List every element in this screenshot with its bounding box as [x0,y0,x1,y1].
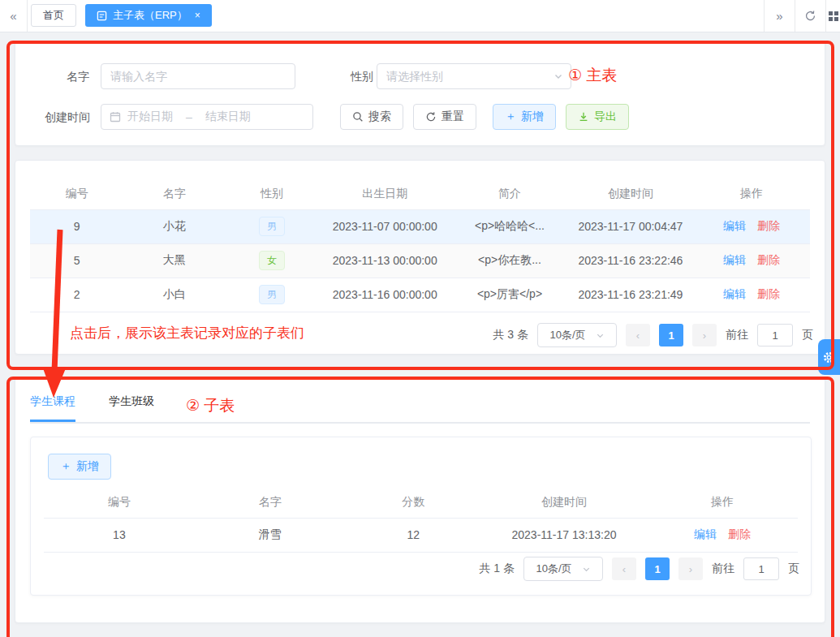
annotation-click-hint: 点击后，展示该主表记录对应的子表们 [70,324,304,342]
search-button[interactable]: 搜索 [340,104,403,130]
close-icon[interactable]: × [195,10,200,21]
prev-page-button[interactable]: ‹ [612,557,636,580]
plus-icon: ＋ [505,110,516,124]
cell-intro: <p>你在教... [451,243,568,278]
table-row[interactable]: 9 小花 男 2023-11-07 00:00:00 <p>哈哈哈<... 20… [30,209,810,243]
delete-link[interactable]: 删除 [728,527,751,540]
gender-select-input[interactable] [377,63,571,89]
layout-grid-button[interactable] [825,0,840,32]
reset-button-label: 重置 [442,110,464,124]
sub-add-button[interactable]: ＋ 新增 [48,454,111,480]
table-row[interactable]: 2 小白 男 2023-11-16 00:00:00 <p>厉害</p> 202… [30,278,810,312]
settings-fab-button[interactable] [818,339,840,375]
name-field-label: 名字 [67,63,89,89]
tab-home[interactable]: 首页 [31,4,76,27]
col-header-actions: 操作 [647,487,798,518]
col-header-name: 名字 [123,179,225,209]
tab-student-classes[interactable]: 学生班级 [109,394,154,422]
add-button[interactable]: ＋ 新增 [493,104,556,130]
plus-icon: ＋ [60,459,71,474]
tab-student-courses[interactable]: 学生课程 [30,394,75,422]
tab-active-label: 主子表（ERP） [113,8,187,23]
cell-id: 2 [30,278,123,312]
col-header-intro: 简介 [451,179,568,209]
collapse-right-button[interactable]: » [764,0,795,32]
goto-label: 前往 [712,562,734,576]
gender-tag: 女 [259,251,285,270]
export-button-label: 导出 [594,110,617,124]
cell-id: 13 [44,518,195,552]
cell-created: 2023-11-16 23:22:46 [568,243,693,278]
delete-link[interactable]: 删除 [757,219,780,232]
grid-icon [829,11,838,21]
gender-tag: 男 [259,217,285,236]
cell-name: 滑雪 [195,518,346,552]
date-range-input[interactable]: 开始日期 – 结束日期 [101,104,313,130]
delete-link[interactable]: 删除 [757,287,780,300]
sub-table: 编号 名字 分数 创建时间 操作 13 滑雪 12 2023-11-17 13: [44,487,798,553]
col-header-actions: 操作 [693,179,810,209]
refresh-page-button[interactable] [795,0,825,32]
name-input[interactable] [101,63,295,89]
gender-tag: 男 [259,285,285,304]
sub-pagination: 共 1 条 10条/页 ‹ 1 › 前往 页 [479,557,799,581]
table-row[interactable]: 13 滑雪 12 2023-11-17 13:13:20 编辑删除 [44,518,798,552]
gear-icon [822,351,836,364]
goto-page-input[interactable] [743,557,779,580]
search-form-card: 名字 性别 创建时间 开始日期 – 结束日期 搜索 [15,41,825,146]
page-number-button[interactable]: 1 [645,557,670,580]
edit-link[interactable]: 编辑 [694,527,717,540]
app-window: « 首页 主子表（ERP） × » 名字 性别 [0,0,840,637]
refresh-icon [804,10,816,22]
add-button-label: 新增 [521,110,544,124]
page-size-value: 10条/页 [536,562,571,576]
col-header-id: 编号 [44,487,195,518]
sub-table-panel: ＋ 新增 编号 名字 分数 创建时间 操作 [30,437,812,596]
cell-created: 2023-11-17 00:04:47 [568,209,693,243]
prev-page-button[interactable]: ‹ [626,324,650,346]
reset-button[interactable]: 重置 [413,104,476,130]
col-header-name: 名字 [195,487,346,518]
chevron-right-icon: › [703,329,706,342]
col-header-score: 分数 [346,487,481,518]
date-end-placeholder[interactable]: 结束日期 [205,110,251,124]
main-pagination: 共 3 条 10条/页 ‹ 1 › 前往 页 [493,323,813,347]
cell-name: 小花 [123,209,225,243]
page-unit-label: 页 [802,328,813,342]
page-unit-label: 页 [788,562,799,576]
double-chevron-left-icon: « [10,9,16,23]
gender-field-label: 性别 [351,63,373,89]
main-table-card: 编号 名字 性别 出生日期 简介 创建时间 操作 9 小花 男 2023-11- [15,160,825,355]
next-page-button[interactable]: › [678,557,703,580]
export-button[interactable]: 导出 [566,104,629,130]
edit-link[interactable]: 编辑 [723,253,746,266]
date-start-placeholder[interactable]: 开始日期 [127,110,173,124]
page-tabs-bar: « 首页 主子表（ERP） × » [0,0,840,32]
total-count: 共 1 条 [479,562,515,576]
edit-link[interactable]: 编辑 [723,287,746,300]
search-icon [352,111,364,123]
cell-created: 2023-11-16 23:21:49 [568,278,693,312]
gender-select[interactable] [377,63,571,89]
page-number-button[interactable]: 1 [659,324,683,346]
chevron-left-icon: ‹ [636,329,640,342]
sub-add-button-label: 新增 [76,459,99,474]
annotation-sub-table-label: ② 子表 [186,395,235,416]
table-row[interactable]: 5 大黑 女 2023-11-13 00:00:00 <p>你在教... 202… [30,243,810,278]
page-size-select[interactable]: 10条/页 [537,323,617,347]
next-page-button[interactable]: › [692,324,717,346]
page-size-select[interactable]: 10条/页 [523,557,603,581]
collapse-left-button[interactable]: « [0,0,28,32]
goto-page-input[interactable] [757,324,793,346]
double-chevron-right-icon: » [776,9,782,23]
chevron-left-icon: ‹ [622,563,626,575]
cell-intro: <p>厉害</p> [451,278,568,312]
col-header-created: 创建时间 [481,487,647,518]
edit-link[interactable]: 编辑 [723,219,746,232]
delete-link[interactable]: 删除 [757,253,780,266]
tabs-divider [30,422,810,424]
tab-master-child-erp[interactable]: 主子表（ERP） × [85,4,212,27]
cell-created: 2023-11-17 13:13:20 [481,518,647,552]
col-header-created: 创建时间 [568,179,693,209]
form-icon [97,11,107,21]
